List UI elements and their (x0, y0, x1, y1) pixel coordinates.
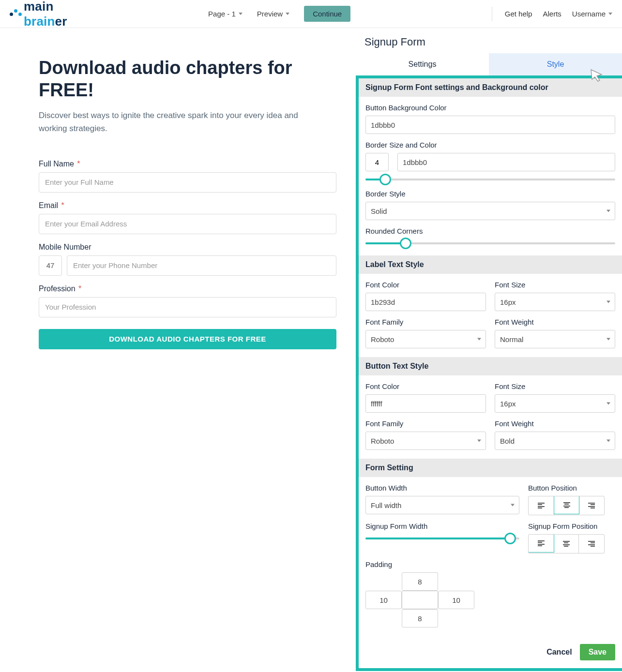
border-style-value (365, 202, 615, 220)
field-mobile: Mobile Number (39, 243, 336, 276)
chevron-down-icon (607, 440, 610, 442)
align-right-button[interactable] (579, 496, 604, 515)
label-font-weight-label: Font Weight (495, 318, 615, 326)
slider-thumb[interactable] (379, 174, 391, 185)
align-left-icon (538, 502, 545, 509)
border-size-input[interactable] (365, 153, 389, 171)
email-label: Email * (39, 201, 336, 210)
save-button[interactable]: Save (580, 644, 615, 660)
get-help-link[interactable]: Get help (505, 10, 532, 18)
border-style-select[interactable] (365, 202, 615, 220)
field-fullname: Full Name * (39, 160, 336, 193)
btn-width-select[interactable] (365, 496, 519, 514)
continue-button[interactable]: Continue (304, 6, 350, 22)
btn-bg-input[interactable] (365, 116, 615, 134)
label-font-size-select[interactable] (495, 293, 615, 311)
pad-center (402, 591, 438, 609)
pad-top-input[interactable] (402, 572, 438, 591)
btn-font-size-value (495, 394, 615, 413)
pad-bottom-input[interactable] (402, 609, 438, 627)
btn-font-family-select[interactable] (365, 432, 486, 450)
panel-title: Signup Form (356, 28, 622, 53)
label-font-color-input[interactable] (365, 293, 486, 311)
preview-dropdown[interactable]: Preview (257, 10, 289, 18)
btn-font-weight-label: Font Weight (495, 419, 615, 428)
btn-bg-label: Button Background Color (365, 104, 615, 112)
label-font-size-label: Font Size (495, 281, 615, 289)
btn-pos-label: Button Position (528, 484, 615, 492)
btn-width-value (365, 496, 519, 514)
btn-pos-group (528, 496, 605, 515)
field-profession: Profession * (39, 284, 336, 317)
chevron-down-icon (607, 210, 610, 212)
align-center-icon (563, 501, 570, 509)
chevron-down-icon (607, 338, 610, 341)
section-button-text-head: Button Text Style (359, 357, 622, 375)
align-left-button[interactable] (528, 534, 554, 553)
form-pos-group (528, 534, 605, 553)
email-input[interactable] (39, 214, 336, 234)
preview-label: Preview (257, 10, 283, 18)
alerts-link[interactable]: Alerts (543, 10, 561, 18)
padding-grid (365, 572, 615, 627)
topbar-right: Get help Alerts Username (492, 7, 612, 21)
label-font-weight-select[interactable] (495, 330, 615, 348)
cancel-button[interactable]: Cancel (546, 648, 572, 657)
chevron-down-icon (608, 13, 612, 15)
fullname-input[interactable] (39, 172, 336, 193)
chevron-down-icon (511, 504, 515, 507)
country-code-input[interactable] (39, 255, 62, 276)
profession-label: Profession * (39, 284, 336, 293)
topbar-center: Page - 1 Preview Continue (67, 6, 492, 22)
panel-tabs: Settings Style (356, 53, 622, 75)
username-label: Username (572, 10, 606, 18)
btn-font-size-label: Font Size (495, 382, 615, 390)
tab-settings[interactable]: Settings (356, 53, 489, 75)
align-center-button[interactable] (554, 496, 580, 514)
section-bg-head: Signup Form Font settings and Background… (359, 78, 622, 97)
cursor-arrow-icon (588, 67, 605, 83)
phone-input[interactable] (67, 255, 336, 276)
slider-thumb[interactable] (504, 533, 516, 544)
align-right-button[interactable] (579, 535, 604, 553)
submit-button[interactable]: DOWNLOAD AUDIO CHAPTERS FOR FREE (39, 329, 336, 349)
logo[interactable]: mainbrainer (10, 0, 67, 29)
btn-font-color-input[interactable] (365, 394, 486, 413)
form-width-label: Signup Form Width (365, 522, 519, 530)
required-asterisk: * (59, 201, 64, 209)
profession-input[interactable] (39, 297, 336, 317)
border-size-slider[interactable] (365, 176, 615, 183)
section-bg-body: Button Background Color Border Size and … (359, 97, 622, 255)
page-lead: Discover best ways to ignite the creativ… (39, 109, 310, 135)
btn-font-weight-select[interactable] (495, 432, 615, 450)
page-dropdown[interactable]: Page - 1 (208, 10, 243, 18)
fullname-label: Full Name * (39, 160, 336, 168)
btn-width-label: Button Width (365, 484, 519, 492)
btn-font-size-select[interactable] (495, 394, 615, 413)
slider-thumb[interactable] (400, 238, 411, 249)
pad-left-input[interactable] (365, 591, 402, 609)
pad-right-input[interactable] (438, 591, 474, 609)
username-dropdown[interactable]: Username (572, 10, 612, 18)
form-width-slider[interactable] (365, 535, 519, 542)
chevron-down-icon (286, 13, 289, 15)
label-font-weight-value (495, 330, 615, 348)
required-asterisk: * (76, 284, 82, 293)
mobile-label: Mobile Number (39, 243, 336, 252)
section-button-text-body: Font Color Font Size Font Family (359, 375, 622, 459)
btn-font-family-label: Font Family (365, 419, 486, 428)
align-center-button[interactable] (554, 535, 579, 553)
form-preview: Download audio chapters for FREE! Discov… (0, 28, 356, 671)
main-area: Download audio chapters for FREE! Discov… (0, 28, 622, 671)
field-email: Email * (39, 201, 336, 234)
rounded-slider[interactable] (365, 240, 615, 247)
border-label: Border Size and Color (365, 141, 615, 149)
required-asterisk: * (75, 160, 80, 168)
btn-font-family-value (365, 432, 486, 450)
border-color-input[interactable] (397, 153, 615, 171)
align-right-icon (588, 502, 595, 509)
label-font-family-select[interactable] (365, 330, 486, 348)
form-pos-label: Signup Form Position (528, 522, 615, 530)
align-left-button[interactable] (529, 496, 554, 515)
label-font-family-value (365, 330, 486, 348)
